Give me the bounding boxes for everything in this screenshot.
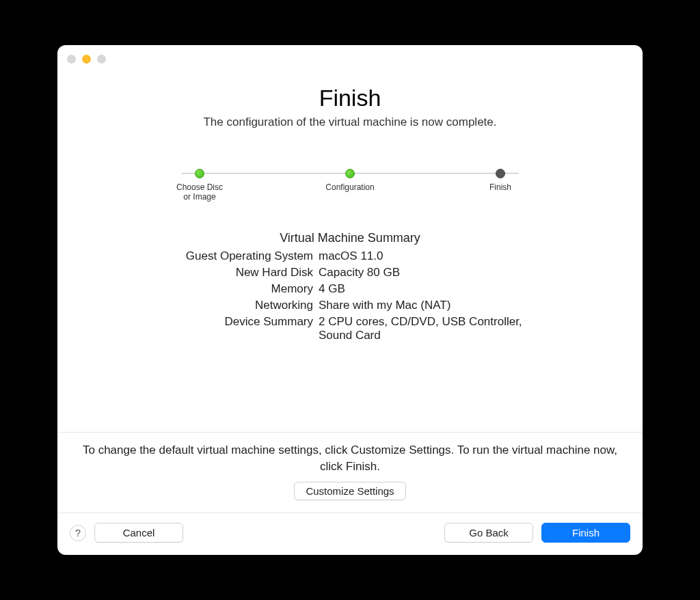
customize-settings-button[interactable]: Customize Settings — [294, 482, 405, 500]
summary-key-memory: Memory — [163, 282, 313, 296]
step-finish: Finish — [470, 169, 531, 202]
go-back-button[interactable]: Go Back — [444, 523, 533, 543]
cancel-button[interactable]: Cancel — [94, 523, 183, 543]
close-icon[interactable] — [67, 55, 76, 64]
wizard-window: Finish The configuration of the virtual … — [57, 45, 643, 555]
maximize-icon[interactable] — [97, 55, 106, 64]
page-title: Finish — [57, 85, 643, 111]
step-configuration: Configuration — [319, 169, 381, 202]
summary-table: Guest Operating System macOS 11.0 New Ha… — [57, 249, 643, 342]
summary-val-memory: 4 GB — [319, 282, 537, 296]
help-button[interactable]: ? — [70, 525, 86, 541]
step-dot-icon — [195, 169, 204, 178]
summary-title: Virtual Machine Summary — [57, 231, 643, 245]
vm-summary: Virtual Machine Summary Guest Operating … — [57, 231, 643, 342]
summary-val-devices: 2 CPU cores, CD/DVD, USB Controller, Sou… — [319, 315, 537, 342]
page-subtitle: The configuration of the virtual machine… — [57, 115, 643, 129]
summary-key-devices: Device Summary — [163, 315, 313, 342]
summary-val-disk: Capacity 80 GB — [319, 266, 537, 279]
header: Finish The configuration of the virtual … — [57, 85, 643, 129]
step-label: Finish — [489, 182, 511, 192]
summary-val-os: macOS 11.0 — [319, 249, 537, 263]
window-controls — [67, 55, 106, 64]
step-label: Configuration — [325, 182, 374, 192]
summary-key-os: Guest Operating System — [163, 249, 313, 263]
step-dot-icon — [496, 169, 505, 178]
step-dot-icon — [345, 169, 355, 178]
finish-button[interactable]: Finish — [541, 523, 630, 543]
progress-stepper: Choose Disc or Image Configuration Finis… — [169, 169, 531, 202]
summary-key-networking: Networking — [163, 299, 313, 312]
summary-val-networking: Share with my Mac (NAT) — [319, 299, 537, 312]
customize-instructions: To change the default virtual machine se… — [78, 442, 622, 475]
step-choose-disc: Choose Disc or Image — [169, 169, 230, 202]
summary-key-disk: New Hard Disk — [163, 266, 313, 279]
step-label: Choose Disc or Image — [176, 182, 223, 202]
footer: ? Cancel Go Back Finish — [57, 513, 643, 555]
customize-area: To change the default virtual machine se… — [57, 432, 643, 513]
minimize-icon[interactable] — [82, 55, 91, 64]
